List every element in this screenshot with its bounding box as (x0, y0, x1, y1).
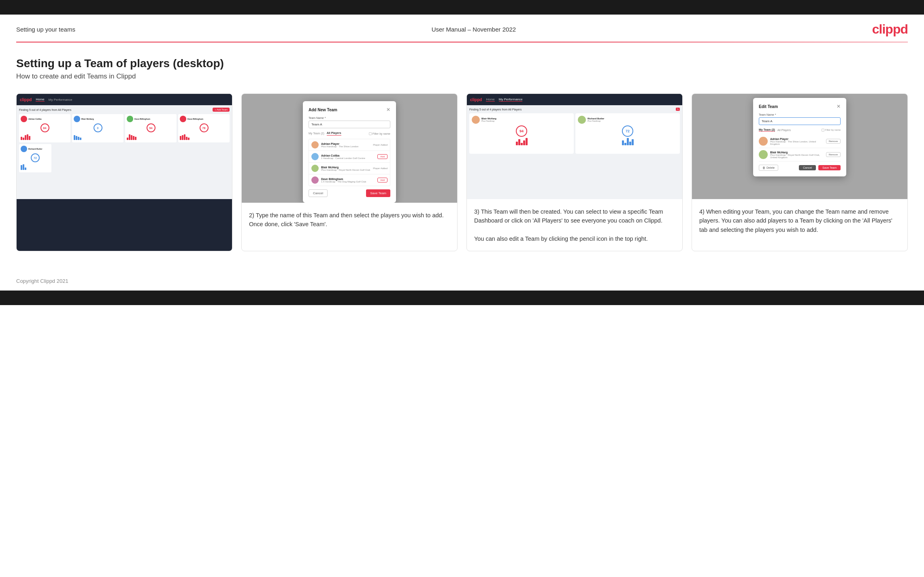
ss1-avatar-4 (180, 116, 186, 122)
ss1-bar (23, 138, 24, 140)
ss1-bar (25, 168, 26, 170)
ss4-save-team-button[interactable]: Save Team (818, 165, 841, 170)
ss1-pname-3: Dave Billingham (134, 118, 150, 120)
ss2-save-team-button[interactable]: Save Team (366, 189, 390, 197)
ss3-mbar (627, 138, 629, 145)
copyright-text: Copyright Clippd 2021 (16, 278, 68, 284)
ss1-bars-bottom (21, 163, 50, 170)
ss4-tab-all-players[interactable]: All Players (777, 129, 791, 132)
header-left-text: Setting up your teams (16, 26, 75, 33)
ss4-modal-title: Edit Team (759, 104, 778, 109)
ss1-nav-home: Home (36, 98, 44, 102)
ss4-tab-my-team[interactable]: My Team (2) (759, 128, 775, 132)
ss4-filter-checkbox[interactable] (822, 129, 824, 132)
ss2-tab-all-players[interactable]: All Players (327, 132, 341, 136)
ss2-avatar-4 (311, 176, 319, 184)
ss2-player-name-3: Blair McHarg (321, 166, 370, 169)
ss1-score-bottom: 72 (31, 153, 40, 162)
ss3-edit-btn[interactable]: ✎ (676, 108, 680, 111)
ss3-mbar (622, 140, 624, 145)
ss2-player-club-4: 1.5 Handicap · The Dog Maging Golf Club (321, 180, 375, 183)
ss1-bar (23, 164, 24, 170)
clippd-logo: clippd (872, 22, 908, 37)
ss4-delete-button[interactable]: 🗑 Delete (759, 165, 778, 171)
ss3-tc-sub-2: Plus Handicap (588, 120, 604, 122)
card-4-text: 4) When editing your Team, you can chang… (692, 199, 907, 251)
ss1-nav-performance: My Performance (49, 98, 72, 102)
ss4-remove-btn-2[interactable]: Remove (826, 152, 841, 157)
ss1-title: Finding 5 out of 4 players from All Play… (19, 108, 71, 111)
ss1-bar (21, 165, 22, 170)
ss3-tc-header-2: Richard Butler Plus Handicap (578, 116, 677, 124)
ss3-mbar (523, 140, 525, 145)
ss4-avatar-2 (759, 150, 768, 159)
ss2-player-row-3: Blair McHarg Plus Handicap · Royal North… (309, 163, 390, 174)
ss1-bar (188, 138, 189, 140)
ss1-bar (129, 134, 130, 140)
ss2-modal-title: Add New Team (309, 108, 337, 112)
ss4-player-name-2: Blair McHarg (770, 151, 824, 154)
ss1-add-team-btn[interactable]: + Add Team (213, 108, 230, 112)
add-new-team-modal: Add New Team ✕ Team Name * Team A My Tea… (303, 101, 396, 203)
ss2-filter-label: Filter by name (373, 132, 390, 135)
top-bar (0, 0, 924, 15)
ss2-avatar-1 (311, 141, 319, 148)
ss1-nav: clippd Home My Performance (17, 94, 232, 105)
ss1-bar (21, 137, 22, 140)
ss2-cancel-button[interactable]: Cancel (309, 189, 328, 197)
ss3-team-card-1: Blair McHarg Plus Handicap 94 (469, 113, 574, 154)
ss2-tab-my-team[interactable]: My Team (2) (309, 132, 324, 136)
header: Setting up your teams User Manual – Nove… (0, 15, 924, 42)
ss1-bar (180, 136, 181, 140)
ss3-mini-bars-2 (578, 138, 677, 145)
ss4-remove-btn-1[interactable]: Remove (826, 139, 841, 144)
ss1-bar (76, 136, 77, 140)
ss1-players-grid: Adrian Coliba 84 (19, 114, 230, 142)
ss3-toolbar: ✎ (676, 108, 680, 111)
ss3-nav-home: Home (486, 98, 494, 102)
ss3-tc-sub-1: Plus Handicap (481, 120, 496, 122)
ss1-pname-bottom: Richard Butler (28, 148, 42, 150)
ss4-player-info-2: Blair McHarg Plus Handicap · Royal North… (770, 151, 824, 159)
ss4-team-name-input[interactable]: Team A (759, 117, 841, 125)
ss3-nav-performance: My Performance (499, 98, 523, 102)
ss4-close-icon[interactable]: ✕ (837, 104, 841, 109)
ss2-add-btn-4[interactable]: Add (377, 178, 387, 182)
footer: Copyright Clippd 2021 (0, 272, 924, 291)
trash-icon: 🗑 (762, 166, 765, 169)
ss4-team-name-label: Team Name * (759, 113, 841, 116)
ss2-player-info-2: Adrian Coliba 1 Handicap · Central Londo… (321, 154, 375, 159)
ss2-filter: Filter by name (369, 132, 390, 135)
ss4-player-info-1: Adrian Player Plus Handicap · The Shive … (770, 138, 824, 145)
ss1-bar (27, 134, 28, 140)
ss1-bar (184, 134, 185, 140)
ss1-body: Finding 5 out of 4 players from All Play… (17, 105, 232, 199)
ss4-footer-btns: 🗑 Delete Cancel Save Team (759, 165, 841, 171)
ss1-score-3: 94 (147, 123, 155, 132)
ss3-body: Finding 5 out of 4 players from All Play… (467, 105, 682, 199)
ss2-team-name-label: Team Name * (309, 117, 390, 119)
ss2-player-status-3: Player Added (373, 167, 387, 170)
ss2-filter-checkbox[interactable] (369, 132, 372, 135)
screenshot-2: Add New Team ✕ Team Name * Team A My Tea… (242, 94, 457, 203)
ss4-filter-label: Filter by name (825, 129, 841, 131)
ss2-close-icon[interactable]: ✕ (386, 107, 390, 112)
ss4-player-club-1: Plus Handicap · The Shive London, United… (770, 140, 824, 145)
card-3: clippd Home My Performance Finding 5 out… (466, 93, 683, 251)
card-2: Add New Team ✕ Team Name * Team A My Tea… (241, 93, 458, 251)
ss2-add-btn-2[interactable]: Add (377, 154, 387, 159)
ss1-bars-1 (21, 134, 69, 140)
ss1-avatar-1 (21, 116, 27, 122)
ss4-cancel-button[interactable]: Cancel (799, 165, 816, 170)
ss3-team-card-2: Richard Butler Plus Handicap 72 (575, 113, 680, 154)
ss1-score-4: 78 (200, 123, 209, 132)
screenshot-3: clippd Home My Performance Finding 5 out… (467, 94, 682, 199)
ss1-logo: clippd (20, 98, 32, 102)
ss2-team-name-input[interactable]: Team A (309, 121, 390, 128)
ss2-player-club-2: 1 Handicap · Central London Golf Centre (321, 157, 375, 159)
ss4-player-row-1: Adrian Player Plus Handicap · The Shive … (759, 135, 841, 148)
ss3-mbar (521, 143, 523, 145)
card-3-text-line2: You can also edit a Team by clicking the… (474, 235, 648, 242)
ss1-avatar-bottom (21, 146, 27, 152)
ss1-avatar-2 (74, 116, 80, 122)
